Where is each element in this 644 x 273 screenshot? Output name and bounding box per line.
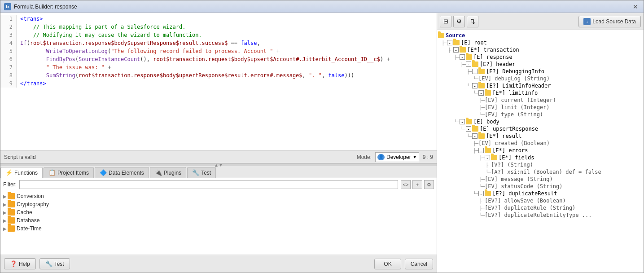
- list-item[interactable]: ▶ Cache: [0, 208, 437, 216]
- expand-result[interactable]: -: [472, 133, 478, 139]
- close-button[interactable]: ✕: [631, 2, 640, 11]
- expand-debugginginfo[interactable]: -: [472, 69, 478, 74]
- node-label: [E?] duplicateResult: [492, 190, 557, 197]
- line-connector: ├─: [479, 198, 485, 203]
- list-item[interactable]: ▶ Date-Time: [0, 225, 437, 233]
- node-label: [E*] errors: [492, 147, 528, 154]
- tree-node-limit[interactable]: ├─ [EV] limit (Integer): [437, 104, 644, 111]
- tree-node-root[interactable]: ├─ - [E] root: [437, 39, 644, 46]
- line-connector: ├─: [473, 148, 478, 153]
- tree-node-limitinfo[interactable]: └─ - [E*] limitInfo: [437, 89, 644, 97]
- folder-icon: [460, 47, 466, 53]
- list-item[interactable]: ▶ Cryptography: [0, 200, 437, 208]
- expand-duplicateresult[interactable]: -: [478, 191, 484, 196]
- tab-project-items[interactable]: 📋 Project Items: [44, 167, 94, 178]
- code-line-2: 2 // This mapping is part of a Salesforc…: [0, 23, 437, 31]
- expand-root[interactable]: -: [447, 40, 452, 45]
- folder-icon: [453, 40, 460, 45]
- add-button[interactable]: +: [412, 180, 422, 189]
- tree-node-header[interactable]: ├─ - [E?] header: [437, 61, 644, 68]
- node-label: [E*] limitInfo: [492, 90, 538, 96]
- tree-node-response[interactable]: ├─ - [E] response: [437, 53, 644, 61]
- help-label: Help: [19, 261, 30, 267]
- load-source-data-button[interactable]: ↓ Load Source Data: [578, 16, 641, 27]
- code-line-4: 4 If(root$transaction.response$body$upse…: [0, 39, 437, 47]
- tab-functions-label: Functions: [14, 170, 38, 176]
- expand-body[interactable]: -: [460, 119, 465, 124]
- tree-node-body[interactable]: └─ - [E] body: [437, 118, 644, 125]
- expand-header[interactable]: -: [466, 62, 471, 67]
- tree-node-errors[interactable]: ├─ - [E*] errors: [437, 147, 644, 154]
- tree-node-statuscode[interactable]: └─ [EV] statusCode (String): [437, 183, 644, 190]
- mode-select[interactable]: 👤 Developer ▼: [375, 152, 419, 162]
- code-line-9: 9 </trans>: [0, 79, 437, 88]
- expand-fields[interactable]: -: [485, 155, 490, 160]
- list-item[interactable]: ▶ Conversion: [0, 192, 437, 200]
- help-button[interactable]: ❓ Help: [4, 258, 36, 269]
- cancel-button[interactable]: Cancel: [405, 259, 433, 269]
- tree-node-current[interactable]: ├─ [EV] current (Integer): [437, 97, 644, 104]
- code-line-7: 7 " The issue was: " +: [0, 63, 437, 71]
- main-content: 1 <trans> 2 // This mapping is part of a…: [0, 13, 644, 273]
- code-line-1: 1 <trans>: [0, 15, 437, 23]
- folder-label: Cache: [17, 209, 32, 216]
- folder-icon: [8, 217, 15, 224]
- tab-data-elements[interactable]: 🔷 Data Elements: [95, 167, 149, 178]
- tab-test[interactable]: 🔧 Test: [187, 167, 216, 178]
- test-button[interactable]: 🔧 Test: [39, 258, 70, 269]
- ok-button[interactable]: OK: [374, 259, 401, 269]
- expand-upsertresponse[interactable]: -: [466, 126, 471, 132]
- load-source-data-icon: ↓: [583, 18, 591, 25]
- code-view-button[interactable]: <>: [401, 180, 411, 189]
- expand-response[interactable]: -: [460, 54, 465, 60]
- collapse-all-button[interactable]: ⊟: [440, 16, 451, 27]
- tree-node-created[interactable]: ├─ [EV] created (Boolean): [437, 140, 644, 147]
- tab-functions[interactable]: ⚡ Functions: [0, 167, 43, 178]
- expand-arrow: ▶: [3, 218, 7, 223]
- source-tree[interactable]: Source ├─ - [E] root ├─ - [E*] transacti: [437, 30, 644, 273]
- folder-label: Database: [17, 217, 39, 224]
- tree-node-allowsave[interactable]: ├─ [EV?] allowSave (Boolean): [437, 197, 644, 204]
- folder-icon: [485, 90, 491, 96]
- tree-node-v-string[interactable]: ├─ [V?] (String): [437, 161, 644, 168]
- folder-icon: [466, 54, 472, 60]
- expand-limitinfo[interactable]: -: [478, 90, 484, 96]
- folder-label: Date-Time: [17, 225, 42, 232]
- sort-button[interactable]: ⇅: [467, 16, 478, 27]
- tab-plugins-label: Plugins: [164, 170, 181, 176]
- tree-node-debuglog[interactable]: └─ [EV] debugLog (String): [437, 75, 644, 82]
- settings-button[interactable]: ⚙: [453, 16, 465, 27]
- node-label: [EV?] duplicateRuleEntityType ...: [485, 212, 591, 218]
- list-item[interactable]: ▶ Database: [0, 216, 437, 225]
- line-connector: ├─: [442, 40, 447, 45]
- tree-node-upsertresponse[interactable]: └─ - [E] upsertResponse: [437, 125, 644, 132]
- status-bar: Script is valid Mode: 👤 Developer ▼ 9 : …: [0, 150, 437, 163]
- expand-transaction[interactable]: -: [453, 47, 459, 53]
- expand-limitinfoheader[interactable]: -: [472, 83, 478, 88]
- node-label: [EV] message (String): [485, 176, 553, 182]
- code-editor[interactable]: 1 <trans> 2 // This mapping is part of a…: [0, 13, 437, 150]
- tree-node-fields[interactable]: ├─ - [E*] fields: [437, 154, 644, 161]
- line-connector: ├─: [454, 55, 460, 60]
- tree-node-duplicateresult[interactable]: └─ - [E?] duplicateResult: [437, 190, 644, 197]
- functions-tab-icon: ⚡: [5, 169, 13, 176]
- function-tree-list[interactable]: ▶ Conversion ▶ Cryptography ▶ Cac: [0, 191, 437, 255]
- tree-node-debugginginfo[interactable]: ├─ - [E?] DebuggingInfo: [437, 68, 644, 75]
- expand-errors[interactable]: -: [478, 148, 484, 153]
- tree-node-limitinfoheader[interactable]: └─ - [E?] LimitInfoHeader: [437, 82, 644, 89]
- tree-node-duplicaterule[interactable]: ├─ [EV?] duplicateRule (String): [437, 204, 644, 211]
- tree-node-message[interactable]: ├─ [EV] message (String): [437, 176, 644, 183]
- tree-node-xsinil[interactable]: └─ [A?] xsi:nil (Boolean) def = false: [437, 168, 644, 176]
- node-label: [E] upsertResponse: [480, 126, 538, 132]
- tab-plugins[interactable]: 🔌 Plugins: [150, 167, 186, 178]
- settings-filter-button[interactable]: ⚙: [424, 180, 434, 189]
- folder-icon: [485, 191, 491, 196]
- folder-icon: [485, 148, 491, 153]
- tree-node-transaction[interactable]: ├─ - [E*] transaction: [437, 46, 644, 53]
- filter-input[interactable]: [19, 180, 398, 189]
- line-connector: └─: [479, 112, 485, 117]
- tree-node-duplicateruleentitytype[interactable]: └─ [EV?] duplicateRuleEntityType ...: [437, 211, 644, 219]
- expand-arrow: ▶: [3, 202, 7, 207]
- tree-node-result[interactable]: └─ - [E*] result: [437, 132, 644, 140]
- tree-node-type[interactable]: └─ [EV] type (String): [437, 111, 644, 118]
